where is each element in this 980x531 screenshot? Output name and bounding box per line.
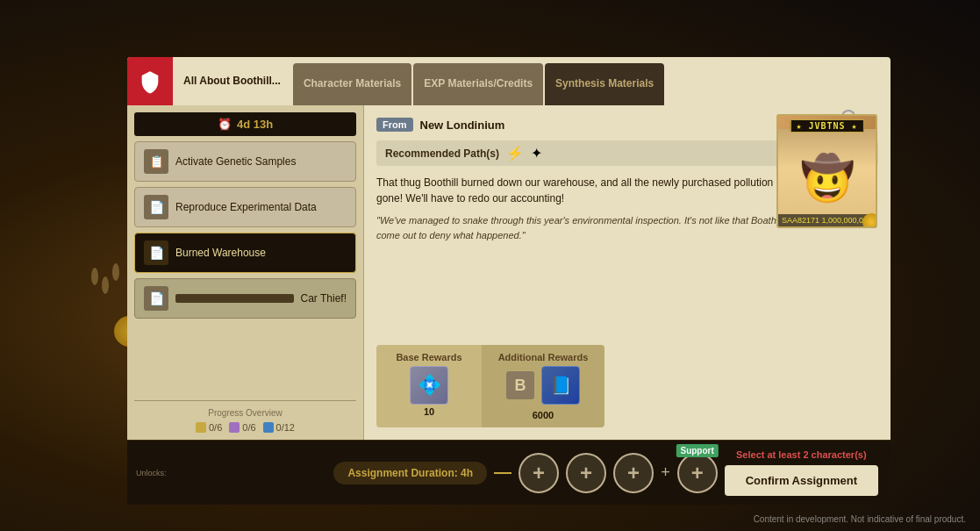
- plus-icon-1: +: [580, 461, 592, 485]
- char-slot-1[interactable]: +: [566, 453, 606, 493]
- separator-dot: +: [661, 463, 670, 482]
- tab-all-about[interactable]: All About Boothill...: [173, 57, 291, 105]
- mission-item-car-thief[interactable]: 📄 Car Thief!: [134, 278, 356, 319]
- base-rewards-label: Base Rewards: [396, 352, 461, 362]
- right-bottom: Select at least 2 character(s) Confirm A…: [725, 449, 878, 496]
- char-slot-container-2: +: [613, 453, 654, 493]
- assignment-bar: Unlocks: Assignment Duration: 4h + + + +: [127, 440, 891, 505]
- photo-frame: ★ JVBTNS ★ 🤠 SAA82171 1,000,000,000: [776, 114, 877, 228]
- mission-lock-bar: [175, 294, 294, 303]
- character-photo: ★ JVBTNS ★ 🤠 SAA82171 1,000,000,000: [776, 114, 882, 237]
- tab-character-materials[interactable]: Character Materials: [293, 63, 411, 105]
- grade-badge: B: [506, 371, 534, 399]
- tab-synthesis-materials-label: Synthesis Materials: [555, 77, 654, 91]
- line-connector: [494, 472, 511, 474]
- mission-icon-reproduce: 📄: [144, 195, 168, 219]
- photo-coin: [862, 213, 877, 228]
- tab-synthesis-materials[interactable]: Synthesis Materials: [545, 63, 664, 105]
- progress-overview: Progress Overview 0/6 0/6 0/12: [134, 400, 356, 433]
- progress-item-2: 0/12: [263, 422, 295, 433]
- tabs-container: All About Boothill... Character Material…: [127, 57, 891, 105]
- additional-rewards-label: Additional Rewards: [498, 352, 589, 362]
- photo-name-tag: ★ JVBTNS ★: [790, 119, 863, 133]
- rewards-section: Base Rewards 💠 10 Additional Rewards B 📘…: [376, 345, 878, 427]
- mission-item-activate-genetic[interactable]: 📋 Activate Genetic Samples: [134, 141, 356, 182]
- char-slot-container-0: +: [519, 453, 559, 493]
- panel-body: ⏰ 4d 13h 📋 Activate Genetic Samples 📄 Re…: [127, 105, 891, 440]
- additional-rewards: Additional Rewards B 📘 6000: [482, 345, 604, 427]
- plus-icon-2: +: [627, 461, 640, 485]
- path-icon-2: ✦: [531, 145, 542, 161]
- mission-label-activate: Activate Genetic Samples: [175, 155, 296, 168]
- unlocks-label: Unlocks:: [134, 469, 314, 477]
- char-slot-container-1: +: [566, 453, 606, 493]
- mission-item-burned-warehouse[interactable]: 📄 Burned Warehouse: [134, 233, 356, 273]
- plus-icon-support: +: [691, 461, 704, 485]
- progress-item-1: 0/6: [229, 422, 255, 433]
- character-name: JVBTNS: [808, 121, 845, 131]
- tab-character-materials-label: Character Materials: [304, 77, 401, 91]
- progress-dot-2: [263, 422, 274, 433]
- select-chars-text: Select at least 2 character(s): [736, 449, 867, 460]
- tab-all-about-label: All About Boothill...: [183, 75, 281, 89]
- mission-label-car-thief: Car Thief!: [301, 292, 347, 305]
- right-content: ★ JVBTNS ★ 🤠 SAA82171 1,000,000,000 From…: [364, 105, 891, 440]
- additional-reward-count: 6000: [533, 410, 554, 420]
- char-slot-support[interactable]: +: [677, 453, 718, 493]
- bottom-right-area: Assignment Duration: 4h + + + + Support: [321, 441, 891, 505]
- mission-label-reproduce: Reproduce Experimental Data: [175, 201, 317, 213]
- recommended-label: Recommended Path(s): [385, 147, 499, 160]
- character-illustration: 🤠: [778, 129, 876, 226]
- svg-point-2: [112, 263, 119, 281]
- tab-icon-area: [127, 57, 173, 105]
- base-reward-item-0: 💠 10: [410, 366, 448, 417]
- mission-label-burned: Burned Warehouse: [175, 247, 266, 259]
- tab-exp-materials[interactable]: EXP Materials/Credits: [413, 63, 543, 105]
- mission-icon-activate: 📋: [144, 149, 168, 174]
- additional-reward-row: B 📘: [506, 366, 580, 405]
- progress-item-0: 0/6: [196, 422, 222, 433]
- svg-point-1: [102, 276, 109, 294]
- base-reward-icon-0: 💠: [410, 366, 448, 405]
- base-rewards: Base Rewards 💠 10: [376, 345, 482, 427]
- progress-value-1: 0/6: [242, 422, 255, 433]
- left-sidebar: ⏰ 4d 13h 📋 Activate Genetic Samples 📄 Re…: [127, 105, 364, 440]
- from-location: New Londinium: [420, 118, 505, 132]
- svg-point-0: [91, 268, 98, 285]
- base-reward-count-0: 10: [424, 406, 434, 417]
- mission-item-reproduce-experimental[interactable]: 📄 Reproduce Experimental Data: [134, 187, 356, 227]
- character-id: SAA82171: [782, 216, 819, 225]
- progress-label: Progress Overview: [134, 408, 356, 418]
- assignment-duration: Assignment Duration: 4h: [333, 462, 487, 484]
- progress-value-0: 0/6: [209, 422, 222, 433]
- clock-icon: ⏰: [218, 118, 232, 131]
- left-bottom-area: Unlocks:: [127, 462, 321, 484]
- main-panel: All About Boothill... Character Material…: [127, 57, 891, 505]
- char-slot-0[interactable]: +: [519, 453, 559, 493]
- mission-icon-car-thief: 📄: [144, 286, 168, 311]
- timer-value: 4d 13h: [237, 118, 273, 131]
- photo-bottom-info: SAA82171 1,000,000,000: [778, 214, 876, 226]
- timer-bar: ⏰ 4d 13h: [134, 112, 356, 136]
- from-badge: From: [376, 118, 413, 132]
- shield-icon: [138, 69, 162, 94]
- char-slot-2[interactable]: +: [613, 453, 654, 493]
- confirm-assignment-button[interactable]: Confirm Assignment: [725, 465, 878, 496]
- progress-value-2: 0/12: [276, 422, 295, 433]
- decorative-bullets: [88, 263, 123, 298]
- mission-icon-burned: 📄: [144, 240, 168, 265]
- footnote-text: Content in development. Not indicative o…: [754, 514, 966, 524]
- tab-exp-materials-label: EXP Materials/Credits: [424, 77, 533, 91]
- path-icon-1: ⚡: [506, 145, 524, 161]
- progress-dot-1: [229, 422, 240, 433]
- support-badge: Support: [676, 444, 718, 457]
- char-slot-container-support: Support +: [677, 453, 718, 493]
- progress-dot-0: [196, 422, 206, 433]
- additional-reward-icon: 📘: [541, 366, 580, 405]
- progress-bars: 0/6 0/6 0/12: [134, 422, 356, 433]
- plus-icon-0: +: [533, 461, 545, 485]
